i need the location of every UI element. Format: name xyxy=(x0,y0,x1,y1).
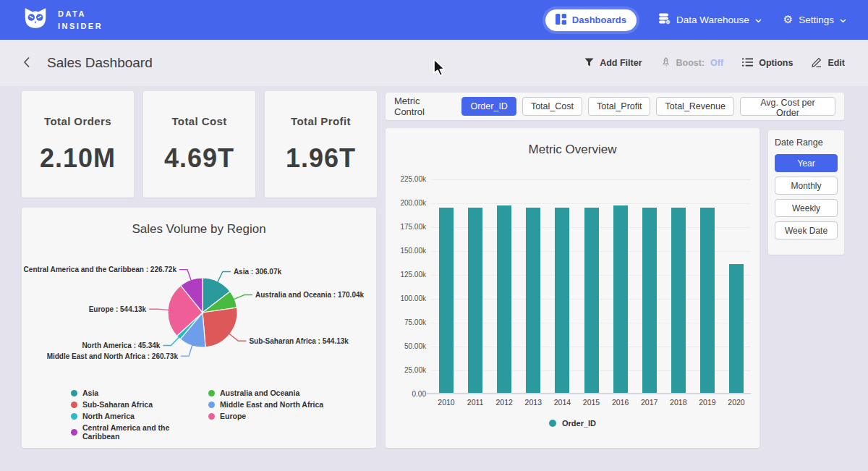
bar-2019[interactable] xyxy=(700,208,715,394)
metric-option-total-cost[interactable]: Total_Cost xyxy=(522,97,582,116)
pie-callout-line xyxy=(218,272,231,282)
back-button[interactable] xyxy=(23,56,30,70)
back-chevron-icon xyxy=(23,56,30,70)
legend-dot xyxy=(208,413,215,420)
kpi-value: 1.96T xyxy=(286,143,356,174)
kpi-card-total-profit: Total Profit 1.96T xyxy=(265,91,377,198)
toolbar: Add Filter Boost: Off Optio xyxy=(584,57,845,69)
pie-chart-legend: AsiaAustralia and OceaniaSub-Saharan Afr… xyxy=(71,389,323,441)
pie-label-middle-east-and-north-africa: Middle East and North Africa : 260.73k xyxy=(47,352,179,360)
legend-item-north-america[interactable]: North America xyxy=(71,412,208,420)
x-axis-label-2015: 2015 xyxy=(577,398,606,407)
pie-label-central-america-and-the-caribbean: Central America and the Caribbean : 226.… xyxy=(24,266,177,273)
top-navbar: DATA INSIDER Dashboards xyxy=(0,0,868,40)
owl-logo-icon xyxy=(22,7,49,33)
metric-control-label: Metric Control xyxy=(394,96,452,117)
metric-control-buttons: Order_IDTotal_CostTotal_ProfitTotal_Reve… xyxy=(461,97,835,116)
boost-value: Off xyxy=(710,58,723,68)
sales-dashboard-app: DATA INSIDER Dashboards xyxy=(0,0,868,471)
bar-2013[interactable] xyxy=(526,208,540,394)
options-button[interactable]: Options xyxy=(742,58,793,69)
y-axis-tick: 150.00k xyxy=(383,247,426,255)
bar-2018[interactable] xyxy=(671,208,686,393)
dashboards-button[interactable]: Dashboards xyxy=(545,9,637,31)
page-title: Sales Dashboard xyxy=(47,55,153,71)
bar-2010[interactable] xyxy=(439,208,454,394)
pie-label-australia-and-oceania: Australia and Oceania : 170.04k xyxy=(255,291,365,299)
pie-callout-line xyxy=(179,270,191,281)
legend-item-middle-east-and-north-africa[interactable]: Middle East and North Africa xyxy=(208,400,323,409)
bar-2016[interactable] xyxy=(613,205,628,393)
legend-item-sub-saharan-africa[interactable]: Sub-Saharan Africa xyxy=(71,400,208,409)
legend-item-australia-and-oceania[interactable]: Australia and Oceania xyxy=(208,389,323,397)
metric-option-avg-cost-per-order[interactable]: Avg. Cost per Order xyxy=(740,97,835,116)
x-axis-label-2020: 2020 xyxy=(722,398,751,407)
y-axis-tick: 50.00k xyxy=(383,342,426,350)
legend-label: Australia and Oceania xyxy=(220,389,299,397)
database-icon xyxy=(658,13,671,27)
metric-option-total-profit[interactable]: Total_Profit xyxy=(588,97,651,116)
y-axis-tick: 75.00k xyxy=(383,318,426,326)
bar-2014[interactable] xyxy=(555,208,569,393)
bar-chart-legend[interactable]: Order_ID xyxy=(386,419,760,428)
gridline xyxy=(432,203,751,204)
metric-control-panel: Metric Control Order_IDTotal_CostTotal_P… xyxy=(386,93,844,120)
y-axis-tick: 100.00k xyxy=(383,294,426,302)
pie-label-asia: Asia : 306.07k xyxy=(234,268,282,276)
data-warehouse-menu[interactable]: Data Warehouse xyxy=(658,13,762,27)
legend-item-europe[interactable]: Europe xyxy=(208,412,323,420)
chevron-down-icon xyxy=(840,14,846,25)
legend-label: North America xyxy=(82,412,135,420)
metric-option-total-revenue[interactable]: Total_Revenue xyxy=(656,97,733,116)
brand[interactable]: DATA INSIDER xyxy=(22,7,103,33)
boost-toggle[interactable]: Boost: Off xyxy=(661,57,724,69)
rocket-icon xyxy=(661,57,671,69)
date-range-option-week-date[interactable]: Week Date xyxy=(775,221,838,239)
date-range-option-monthly[interactable]: Monthly xyxy=(775,177,838,195)
date-range-buttons: YearMonthlyWeeklyWeek Date xyxy=(775,154,838,239)
sales-volume-chart-panel: Sales Volume by Region Asia : 306.07kAus… xyxy=(22,208,376,448)
dashboards-label: Dashboards xyxy=(572,14,626,25)
kpi-card-total-orders: Total Orders 2.10M xyxy=(22,91,134,198)
pie-callout-line xyxy=(234,295,252,300)
bar-2011[interactable] xyxy=(468,208,482,394)
settings-label: Settings xyxy=(799,14,834,25)
metric-option-order-id[interactable]: Order_ID xyxy=(461,97,516,116)
pie-label-sub-saharan-africa: Sub-Saharan Africa : 544.13k xyxy=(249,337,349,345)
pie-slice-sub-saharan-africa[interactable] xyxy=(203,307,237,347)
legend-label: Europe xyxy=(220,412,246,420)
legend-item-asia[interactable]: Asia xyxy=(71,389,208,397)
date-range-option-year[interactable]: Year xyxy=(775,154,838,172)
gridline xyxy=(432,179,751,180)
x-axis-label-2016: 2016 xyxy=(606,398,635,407)
gridline xyxy=(426,393,751,394)
kpi-value: 2.10M xyxy=(40,143,116,174)
bar-2015[interactable] xyxy=(584,208,599,394)
legend-dot xyxy=(71,402,77,408)
bar-2020[interactable] xyxy=(729,264,744,393)
x-axis-label-2019: 2019 xyxy=(693,398,722,407)
legend-label: Middle East and North Africa xyxy=(220,400,323,409)
bar-2012[interactable] xyxy=(497,205,511,393)
y-axis-tick: 225.00k xyxy=(383,175,426,183)
edit-button[interactable]: Edit xyxy=(812,57,845,69)
date-range-panel: Date Range YearMonthlyWeeklyWeek Date xyxy=(768,130,844,255)
kpi-card-total-cost: Total Cost 4.69T xyxy=(143,91,255,198)
x-axis-label-2014: 2014 xyxy=(548,398,576,407)
bar-2017[interactable] xyxy=(642,208,657,394)
settings-menu[interactable]: ⚙ Settings xyxy=(783,14,846,25)
pie-chart-title: Sales Volume by Region xyxy=(22,222,376,237)
add-filter-button[interactable]: Add Filter xyxy=(584,58,642,69)
legend-dot xyxy=(549,420,556,427)
legend-dot xyxy=(71,429,77,436)
pie-label-europe: Europe : 544.13k xyxy=(89,305,147,313)
date-range-option-weekly[interactable]: Weekly xyxy=(775,199,838,217)
page-header: Sales Dashboard Add Filter Boost: Off xyxy=(0,40,868,86)
legend-item-central-america-and-the-caribbean[interactable]: Central America and the Caribbean xyxy=(71,423,208,441)
x-axis-label-2010: 2010 xyxy=(432,398,461,407)
y-axis-tick: 25.00k xyxy=(383,366,426,374)
metric-overview-chart-panel: Metric Overview 0.0025.00k50.00k75.00k10… xyxy=(386,128,760,448)
legend-dot xyxy=(71,413,77,420)
x-axis-label-2013: 2013 xyxy=(519,398,548,407)
kpi-label: Total Cost xyxy=(171,115,226,127)
